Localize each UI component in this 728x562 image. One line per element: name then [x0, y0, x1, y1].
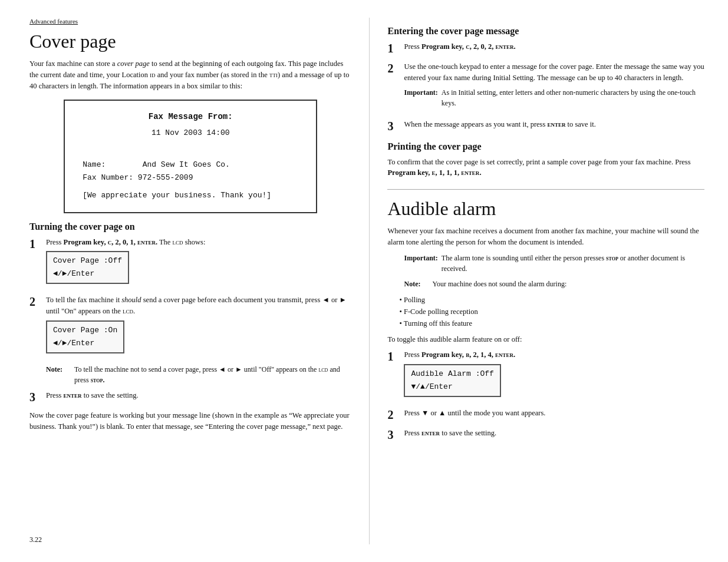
lcd1-line2: ◄/►/Enter [53, 267, 122, 280]
important-text: As in Initial setting, enter letters and… [442, 87, 704, 108]
left-column: Advanced features Cover page Your fax ma… [29, 18, 370, 544]
lcd-box-1: Cover Page :Off ◄/►/Enter [46, 251, 129, 284]
printing-text: To confirm that the cover page is set co… [387, 157, 704, 179]
right-step1: 1 Press Program key, c, 2, 0, 2, enter. [387, 41, 704, 55]
right-column: Entering the cover page message 1 Press … [370, 18, 704, 544]
alarm-bullet-list: Polling F-Code polling reception Turning… [399, 294, 704, 329]
bullet-fcode: F-Code polling reception [399, 306, 704, 318]
alarm-step2: 2 Press ▼ or ▲ until the mode you want a… [387, 408, 704, 422]
alarm-step3: 3 Press enter to save the setting. [387, 428, 704, 442]
section3-title: Printing the cover page [387, 141, 704, 152]
fax-name-field: Name: And Sew It Goes Co. [83, 158, 298, 171]
step2: 2 To tell the fax machine it should send… [29, 295, 351, 358]
section1-title: Turning the cover page on [29, 222, 351, 232]
fax-number-field: Fax Number: 972-555-2009 [83, 171, 298, 184]
note-content: To tell the machine not to send a cover … [74, 364, 351, 385]
important-label: Important: [404, 87, 437, 108]
important2-block: Important: The alarm tone is sounding un… [404, 253, 704, 274]
alarm-step3-content: Press enter to save the setting. [404, 428, 704, 439]
alarm-step3-number: 3 [387, 428, 400, 442]
right-step3: 3 When the message appears as you want i… [387, 119, 704, 133]
important2-label: Important: [404, 253, 437, 274]
important2-text: The alarm tone is sounding until either … [442, 253, 704, 274]
step3: 3 Press enter to save the setting. [29, 390, 351, 404]
page-number: 3.22 [29, 535, 42, 544]
right-step1-content: Press Program key, c, 2, 0, 2, enter. [404, 41, 704, 52]
alarm-lcd-line1: Audible Alarm :Off [411, 368, 493, 381]
section2-title: Entering the cover page message [387, 26, 704, 37]
note-label: Note: [46, 364, 71, 385]
lcd-box-2: Cover Page :On ◄/►/Enter [46, 320, 124, 353]
step1-number: 1 [29, 237, 42, 251]
step2-number: 2 [29, 295, 42, 309]
alarm-step2-number: 2 [387, 408, 400, 422]
note-block: Note: To tell the machine not to send a … [46, 364, 351, 385]
step3-content: Press enter to save the setting. [46, 390, 351, 401]
breadcrumb: Advanced features [29, 18, 351, 25]
intro-text: Your fax machine can store a cover page … [29, 58, 351, 91]
fax-box-message: [We appreciate your business. Thank you!… [83, 189, 298, 202]
step2-content: To tell the fax machine it should send a… [46, 295, 351, 358]
lcd2-line2: ◄/►/Enter [53, 337, 117, 350]
step1-content: Press Program key, c, 2, 0, 1, enter. Th… [46, 237, 351, 289]
note2-block: Note: Your machine does not sound the al… [404, 279, 704, 289]
right-step1-number: 1 [387, 41, 400, 55]
lcd2-line1: Cover Page :On [53, 324, 117, 337]
note2-text: Your machine does not sound the alarm du… [432, 279, 704, 289]
alarm-lcd-box: Audible Alarm :Off ▼/▲/Enter [404, 364, 500, 397]
bullet-polling: Polling [399, 294, 704, 306]
section-divider [387, 189, 704, 190]
fax-example-box: Fax Message From: 11 Nov 2003 14:00 Name… [64, 100, 317, 213]
alarm-step1-content: Press Program key, b, 2, 1, 4, enter. Au… [404, 349, 704, 402]
fax-box-date: 11 Nov 2003 14:00 [83, 127, 298, 140]
audible-alarm-title: Audible alarm [387, 198, 704, 220]
toggle-text: To toggle this audible alarm feature on … [387, 334, 704, 345]
right-step2-content: Use the one-touch keypad to enter a mess… [404, 61, 704, 113]
fax-box-fields: Name: And Sew It Goes Co. Fax Number: 97… [83, 158, 298, 184]
step3-number: 3 [29, 390, 42, 404]
alarm-intro: Whenever your fax machine receives a doc… [387, 226, 704, 248]
right-step2-number: 2 [387, 61, 400, 75]
right-step2: 2 Use the one-touch keypad to enter a me… [387, 61, 704, 113]
step1: 1 Press Program key, c, 2, 0, 1, enter. … [29, 237, 351, 289]
alarm-step1: 1 Press Program key, b, 2, 1, 4, enter. … [387, 349, 704, 402]
alarm-lcd-line2: ▼/▲/Enter [411, 381, 493, 394]
lcd1-line1: Cover Page :Off [53, 254, 122, 267]
alarm-step2-content: Press ▼ or ▲ until the mode you want app… [404, 408, 704, 419]
fax-box-title: Fax Message From: [83, 110, 298, 124]
alarm-step1-number: 1 [387, 349, 400, 363]
important-block: Important: As in Initial setting, enter … [404, 87, 704, 108]
outro-text: Now the cover page feature is working bu… [29, 410, 351, 432]
bullet-turning-off: Turning off this feature [399, 318, 704, 329]
page-title: Cover page [29, 31, 351, 52]
right-step3-number: 3 [387, 119, 400, 133]
right-step3-content: When the message appears as you want it,… [404, 119, 704, 130]
note2-label: Note: [404, 279, 429, 289]
